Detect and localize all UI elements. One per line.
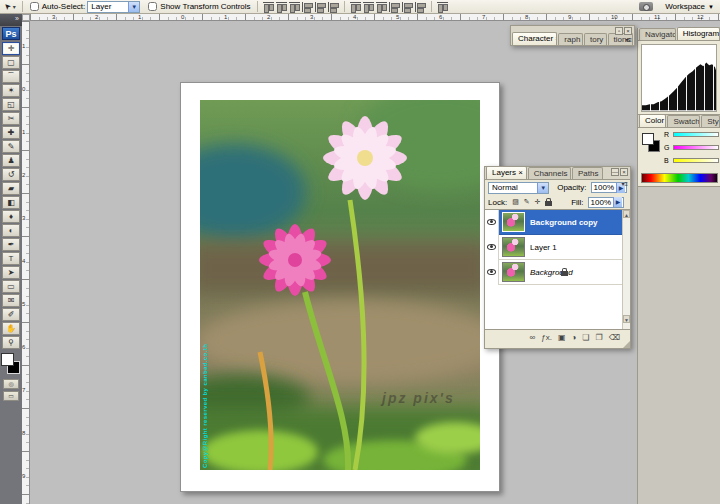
foreground-color-swatch[interactable] [1,353,14,366]
scroll-down-icon[interactable]: ▼ [623,315,630,323]
layer-style-icon[interactable]: ƒx. [541,333,552,342]
crop-tool[interactable]: ◱ [2,98,20,111]
lock-all-icon[interactable] [544,198,553,207]
notes-tool[interactable]: ✉ [2,294,20,307]
show-transform-checkbox[interactable] [148,2,157,11]
blend-mode-dropdown[interactable]: Normal ▼ [488,182,549,194]
visibility-cell[interactable] [485,260,499,285]
move-tool[interactable]: ✛ [2,42,20,55]
layers-scrollbar[interactable]: ▲ ▼ [622,210,630,330]
align-horizontal-centers-icon[interactable] [315,2,326,12]
eye-icon[interactable] [487,219,496,225]
channel-slider[interactable] [673,158,719,163]
layer-thumbnail[interactable] [502,212,525,232]
lock-position-icon[interactable]: ✛ [533,198,542,206]
close-icon[interactable]: × [620,168,628,176]
distribute-top-edges-icon[interactable] [350,2,361,12]
type-tool[interactable]: T [2,252,20,265]
tool-preset-arrow-icon[interactable]: ▾ [13,3,16,10]
eraser-tool[interactable]: ▰ [2,182,20,195]
visibility-cell[interactable] [485,235,499,260]
history-brush-tool[interactable]: ↺ [2,168,20,181]
move-tool-icon[interactable]: ➤ [2,1,13,12]
close-icon[interactable]: × [624,27,632,35]
tab-channels[interactable]: Channels [528,167,571,179]
distribute-left-edges-icon[interactable] [389,2,400,12]
minimize-icon[interactable]: — [611,168,619,176]
tab-swatches[interactable]: Swatches [667,115,700,127]
minimize-icon[interactable]: ▫ [615,27,623,35]
clone-stamp-tool[interactable]: ♟ [2,154,20,167]
tab-layers[interactable]: Layers × [486,166,527,179]
tab-navigator[interactable]: Navigator [639,28,676,40]
fill-field[interactable]: 100% ▶ [588,197,624,208]
link-layers-icon[interactable]: ∞ [530,333,536,342]
layer-row[interactable]: Layer 1 [485,235,630,260]
dodge-tool[interactable]: ◐ [2,224,20,237]
tab-paragraph[interactable]: raph [558,33,583,45]
foreground-color-swatch[interactable] [642,133,654,145]
eyedropper-tool[interactable]: ✐ [2,308,20,321]
tab-color[interactable]: Color × [639,114,666,127]
align-right-edges-icon[interactable] [328,2,339,12]
palette-menu-icon[interactable]: ▾≡ [621,182,628,187]
distribute-right-edges-icon[interactable] [415,2,426,12]
channel-slider[interactable] [673,132,719,137]
tab-character[interactable]: Character × [512,32,557,45]
path-selection-tool[interactable]: ➤ [2,266,20,279]
lock-image-pixels-icon[interactable]: ✎ [522,198,531,206]
auto-align-layers-icon[interactable] [437,2,448,12]
rectangle-tool[interactable]: ▭ [2,280,20,293]
hand-tool[interactable]: ✋ [2,322,20,335]
add-layer-mask-icon[interactable]: ▣ [558,333,566,342]
eye-icon[interactable] [487,269,496,275]
magic-wand-tool[interactable]: ✶ [2,84,20,97]
pen-tool[interactable]: ✒ [2,238,20,251]
delete-layer-icon[interactable]: ⌫ [609,333,620,342]
distribute-bottom-edges-icon[interactable] [376,2,387,12]
workspace-menu[interactable]: Workspace ▼ [659,2,720,11]
brush-tool[interactable]: ✎ [2,140,20,153]
auto-select-dropdown[interactable]: Layer ▼ [87,1,140,13]
eye-icon[interactable] [487,244,496,250]
layer-row[interactable]: Background [485,260,630,285]
tab-history[interactable]: tory [584,33,607,45]
healing-brush-tool[interactable]: ✚ [2,126,20,139]
auto-select-checkbox[interactable] [30,2,39,11]
chevron-down-icon: ▼ [537,183,548,193]
adjustment-layer-icon[interactable]: ◑ [572,333,577,342]
blur-tool[interactable]: ♦ [2,210,20,223]
layer-thumbnail[interactable] [502,237,525,257]
distribute-vertical-centers-icon[interactable] [363,2,374,12]
toolbox-collapse-button[interactable]: » [0,14,22,26]
visibility-cell[interactable] [485,210,499,235]
align-top-edges-icon[interactable] [263,2,274,12]
tab-styles[interactable]: Sty [701,115,720,127]
color-spectrum-ramp[interactable] [641,173,718,183]
zoom-tool[interactable]: ⚲ [2,336,20,349]
slice-tool[interactable]: ✂ [2,112,20,125]
tab-histogram[interactable]: Histogram × [677,27,720,40]
align-bottom-edges-icon[interactable] [289,2,300,12]
channel-slider[interactable] [673,145,719,150]
gradient-tool[interactable]: ◧ [2,196,20,209]
align-vertical-centers-icon[interactable] [276,2,287,12]
new-group-icon[interactable]: ❏ [582,333,589,342]
layer-thumbnail[interactable] [502,262,525,282]
layer-row[interactable]: Background copy [485,210,630,235]
document-page[interactable]: Copy@Right reserved by canbad.co.th jpz … [180,82,500,492]
new-layer-icon[interactable]: ❐ [596,333,603,342]
screen-mode-button[interactable]: ▭ [3,391,19,401]
go-to-bridge-icon[interactable] [639,2,653,11]
resize-grip[interactable] [623,341,630,348]
photo-canvas[interactable]: Copy@Right reserved by canbad.co.th jpz … [200,100,480,470]
tab-paths[interactable]: Paths [572,167,603,179]
align-left-edges-icon[interactable] [302,2,313,12]
distribute-horizontal-centers-icon[interactable] [402,2,413,12]
palette-menu-icon[interactable]: ▾≡ [625,38,632,43]
scroll-up-icon[interactable]: ▲ [623,210,630,218]
lock-transparent-pixels-icon[interactable]: ▨ [511,198,520,206]
rectangular-marquee-tool[interactable]: ▢ [2,56,20,69]
lasso-tool[interactable]: ⌒ [2,70,20,83]
quick-mask-button[interactable]: ◎ [3,379,19,389]
